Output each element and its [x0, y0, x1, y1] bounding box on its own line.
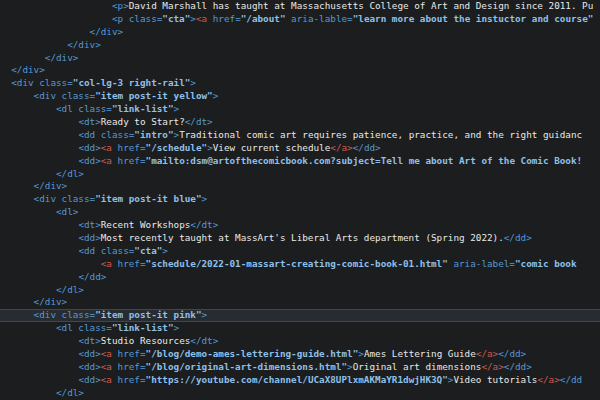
code-line[interactable]: <dl class="link-list">	[0, 103, 600, 116]
code-token-tag: href=	[112, 142, 146, 153]
code-token-tag: </dl>	[56, 387, 84, 398]
code-token-tag: <div class=	[34, 193, 96, 204]
code-line[interactable]: </div>	[0, 39, 600, 52]
code-token-tag: </div>	[90, 26, 124, 37]
code-token-tag: </dt>	[190, 219, 218, 230]
code-token-tag: </dd>	[498, 348, 526, 359]
code-line[interactable]: <div class="col-lg-3 right-rail">	[0, 77, 600, 90]
code-line[interactable]: </div>	[0, 26, 600, 39]
code-token-a: <a	[101, 348, 112, 359]
code-line[interactable]: <div class="item post-it blue">	[0, 193, 600, 206]
code-token-tag: </dl>	[56, 284, 84, 295]
code-line[interactable]: </dl>	[0, 168, 600, 181]
code-token-tag: aria-lable=	[286, 13, 353, 24]
code-token-tag: <dt>	[78, 116, 100, 127]
code-line[interactable]: <dl class="link-list">	[0, 322, 600, 335]
indent-whitespace	[0, 52, 45, 63]
code-token-val: "item post-it blue"	[95, 193, 201, 204]
code-token-a: </a>	[330, 142, 352, 153]
code-line[interactable]: <dd><a href="/blog/demo-ames-lettering-g…	[0, 348, 600, 361]
code-line[interactable]: </div>	[0, 180, 600, 193]
code-token-txt: Ready to Start?	[101, 116, 185, 127]
indent-whitespace	[0, 180, 34, 191]
code-line[interactable]: </div>	[0, 52, 600, 65]
code-token-tag: href=	[112, 155, 146, 166]
code-line[interactable]: </div>	[0, 64, 600, 77]
code-line[interactable]: <dd>Most recently taught at MassArt's Li…	[0, 232, 600, 245]
indent-whitespace	[0, 26, 90, 37]
indent-whitespace	[0, 348, 78, 359]
code-token-tag: <dl class=	[56, 103, 112, 114]
code-line[interactable]: </dl>	[0, 387, 600, 400]
code-line[interactable]: <div class="item post-it yellow">	[0, 90, 600, 103]
indent-whitespace	[0, 271, 78, 282]
code-token-val: "link-list"	[112, 322, 174, 333]
code-token-tag: <dd>	[78, 348, 100, 359]
code-token-tag: <dt>	[78, 219, 100, 230]
code-line[interactable]: <dl>	[0, 206, 600, 219]
code-token-val: "item post-it pink"	[95, 309, 201, 320]
code-line[interactable]: <dd><a href="/blog/original-art-dimensio…	[0, 361, 600, 374]
code-line[interactable]: </div>	[0, 296, 600, 309]
code-token-txt: Recent Workshops	[101, 219, 191, 230]
code-token-tag: href=	[112, 348, 146, 359]
code-token-val: "cta"	[134, 245, 162, 256]
code-token-a: <a	[101, 374, 112, 385]
code-token-val: "schedule/2022-01-massart-creating-comic…	[146, 258, 448, 269]
code-line[interactable]: <dd><a href="https://youtube.com/channel…	[0, 374, 600, 387]
indent-whitespace	[0, 284, 56, 295]
code-token-tag: <dd class=	[78, 129, 134, 140]
code-line[interactable]: <dd><a href="/schedule">View current sch…	[0, 142, 600, 155]
indent-whitespace	[0, 309, 34, 320]
code-line[interactable]: <p class="cta"><a href="/about" aria-lab…	[0, 13, 600, 26]
code-token-txt: Video tutorials	[453, 374, 537, 385]
code-line[interactable]: </dl>	[0, 284, 600, 297]
code-line[interactable]: <dd><a href="mailto:dsm@artofthecomicboo…	[0, 155, 600, 168]
code-token-txt: Ames Lettering Guide	[364, 348, 476, 359]
code-token-a: <a	[101, 361, 112, 372]
code-line[interactable]: <p>David Marshall has taught at Massachu…	[0, 0, 600, 13]
code-token-val: "col-lg-3 right-rail"	[73, 77, 191, 88]
indent-whitespace	[0, 155, 78, 166]
code-token-tag: <div class=	[34, 90, 96, 101]
code-token-tag: </div>	[34, 180, 68, 191]
code-line[interactable]: </dd>	[0, 271, 600, 284]
code-line[interactable]: <a href="schedule/2022-01-massart-creati…	[0, 258, 600, 271]
code-token-tag: </div>	[34, 296, 68, 307]
code-line[interactable]: <dt>Recent Workshops</dt>	[0, 219, 600, 232]
indent-whitespace	[0, 168, 56, 179]
indent-whitespace	[0, 206, 56, 217]
code-token-tag: >	[202, 193, 208, 204]
indent-whitespace	[0, 232, 78, 243]
code-token-tag: </dd>	[504, 361, 532, 372]
code-token-tag: </dt>	[190, 335, 218, 346]
code-token-tag: </div>	[45, 52, 79, 63]
indent-whitespace	[0, 335, 78, 346]
code-token-val: "mailto:dsm@artofthecomicbook.com?subjec…	[146, 155, 583, 166]
code-line[interactable]: <dt>Studio Resources</dt>	[0, 335, 600, 348]
indent-whitespace	[0, 90, 34, 101]
code-token-a: <a	[101, 258, 112, 269]
code-line[interactable]: <dd class="intro">Traditional comic art …	[0, 129, 600, 142]
code-area[interactable]: <p>David Marshall has taught at Massachu…	[0, 0, 600, 400]
indent-whitespace	[0, 296, 34, 307]
code-line[interactable]: <dd class="cta">	[0, 245, 600, 258]
code-token-val: "/blog/demo-ames-lettering-guide.html"	[146, 348, 359, 359]
indent-whitespace	[0, 219, 78, 230]
indent-whitespace	[0, 142, 78, 153]
code-token-tag: </div>	[11, 64, 45, 75]
code-token-tag: >	[174, 103, 180, 114]
code-token-val: "/blog/original-art-dimensions.html"	[146, 361, 348, 372]
code-token-a: <a	[101, 155, 112, 166]
code-editor: <p>David Marshall has taught at Massachu…	[0, 0, 600, 400]
code-token-val: "learn more about the instuctor and cour…	[353, 13, 594, 24]
code-token-tag: >	[174, 322, 180, 333]
code-line[interactable]: <dt>Ready to Start?</dt>	[0, 116, 600, 129]
code-token-tag: <dd>	[78, 374, 100, 385]
code-token-a: <a	[101, 142, 112, 153]
code-token-tag: </dd>	[504, 232, 532, 243]
code-line-current[interactable]: <div class="item post-it pink">	[0, 309, 600, 322]
code-token-tag: <div class=	[34, 309, 96, 320]
code-token-a: <a	[196, 13, 207, 24]
code-token-val: "item post-it yellow"	[95, 90, 213, 101]
